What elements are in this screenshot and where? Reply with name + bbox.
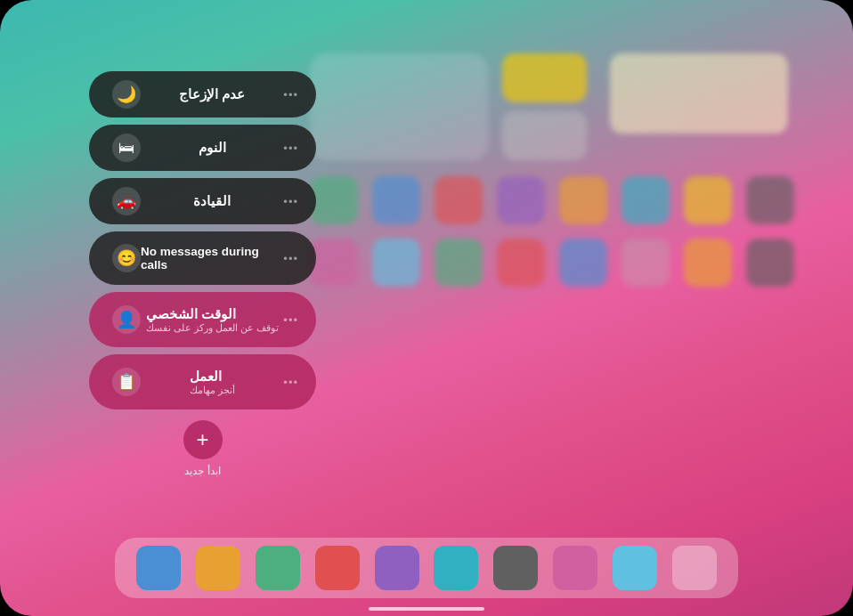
dock-icon-10[interactable] [672,546,717,590]
focus-item-do-not-disturb[interactable]: ••• عدم الإزعاج 🌙 [89,71,316,118]
focus-title-sleep: النوم [199,140,226,156]
widget-note [610,53,788,134]
focus-subtitle-personal: توقف عن العمل وركز على نفسك [146,322,279,334]
focus-subtitle-work: أنجز مهامك [190,385,235,396]
dots-driving: ••• [283,195,298,208]
app-icon-6 [621,176,670,224]
dock-icon-6[interactable] [434,546,478,590]
widget-silver [502,111,587,160]
focus-item-sleep[interactable]: ••• النوم 🛏 [89,125,316,171]
app-icon-7 [684,176,732,224]
app-icon-11 [435,239,483,287]
home-indicator [369,607,484,611]
focus-text-sleep: النوم [199,140,226,156]
widget-yellow [502,53,587,102]
focus-title-do-not-disturb: عدم الإزعاج [179,86,245,102]
dots-sleep: ••• [283,142,298,155]
focus-text-work: العمل أنجز مهامك [190,369,235,396]
focus-text-driving: القيادة [193,193,231,209]
dots-personal: ••• [283,313,298,327]
focus-title-personal: الوقت الشخصي [146,306,236,322]
ipad-frame: ••• عدم الإزعاج 🌙 ••• النوم 🛏 ••• القياد… [0,0,853,616]
focus-icon-personal: 👤 [112,305,141,334]
add-new-label: ابدأ جديد [184,465,220,477]
focus-text-no-messages: No messages during calls [141,245,283,272]
dock [115,538,738,598]
focus-panel: ••• عدم الإزعاج 🌙 ••• النوم 🛏 ••• القياد… [89,71,316,477]
app-icon-14 [621,239,670,287]
dock-icon-1[interactable] [136,546,181,590]
focus-icon-do-not-disturb: 🌙 [112,80,141,109]
app-icon-9 [310,239,358,287]
app-icon-4 [497,176,545,224]
focus-item-driving[interactable]: ••• القيادة 🚗 [89,178,316,224]
app-icon-10 [372,239,420,287]
icon-rows [310,176,826,287]
app-icon-5 [559,176,607,224]
focus-item-work[interactable]: ••• العمل أنجز مهامك 📋 [89,354,316,409]
dock-icon-8[interactable] [553,546,597,590]
focus-title-work: العمل [190,369,222,385]
app-icon-15 [684,239,732,287]
add-new-container: + ابدأ جديد [89,420,316,477]
dock-icon-5[interactable] [375,546,419,590]
dots-work: ••• [283,376,298,389]
app-icon-13 [559,239,607,287]
dock-icon-4[interactable] [315,546,360,590]
dock-icon-9[interactable] [613,546,657,590]
focus-icon-sleep: 🛏 [112,134,141,162]
dock-icon-7[interactable] [493,546,538,590]
dock-icon-3[interactable] [256,546,300,590]
focus-text-do-not-disturb: عدم الإزعاج [179,86,245,102]
app-icon-1 [310,176,358,224]
focus-text-personal: الوقت الشخصي توقف عن العمل وركز على نفسك [146,306,279,334]
focus-title-no-messages: No messages during calls [141,245,283,272]
dots-no-messages: ••• [283,252,298,265]
app-icon-8 [746,176,794,224]
desktop-background [310,53,826,570]
app-icon-16 [746,239,794,287]
add-new-button[interactable]: + [183,420,223,459]
add-new-plus-icon: + [196,427,208,452]
dock-icon-2[interactable] [196,546,240,590]
focus-icon-no-messages: 😊 [112,244,141,272]
focus-title-driving: القيادة [193,193,231,209]
app-icon-3 [435,176,483,224]
focus-item-personal[interactable]: ••• الوقت الشخصي توقف عن العمل وركز على … [89,292,316,347]
focus-icon-driving: 🚗 [112,187,141,215]
widget-large [310,53,488,160]
dots-do-not-disturb: ••• [283,88,298,101]
focus-item-no-messages[interactable]: ••• No messages during calls 😊 [89,231,316,285]
focus-icon-work: 📋 [112,368,141,396]
app-icon-12 [497,239,545,287]
app-icon-2 [372,176,420,224]
